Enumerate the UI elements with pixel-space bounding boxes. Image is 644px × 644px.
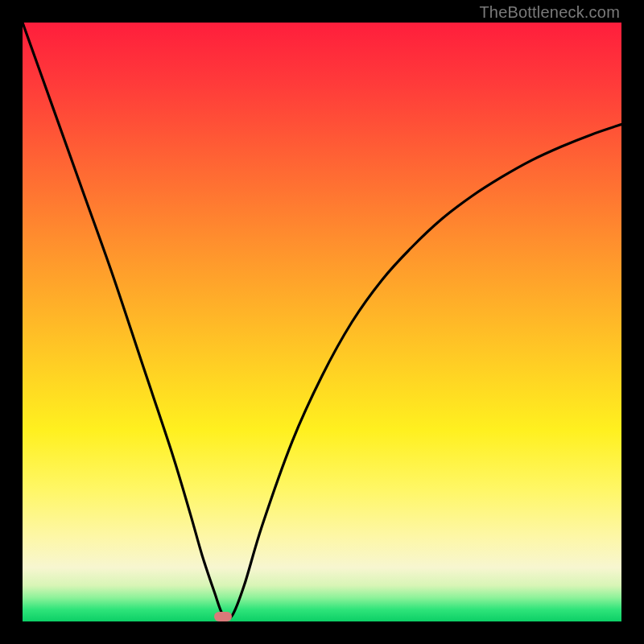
chart-frame: TheBottleneck.com: [0, 0, 644, 644]
bottleneck-curve: [23, 23, 621, 621]
plot-area: [23, 23, 621, 621]
optimal-point-marker: [214, 612, 232, 621]
attribution-label: TheBottleneck.com: [479, 3, 620, 22]
